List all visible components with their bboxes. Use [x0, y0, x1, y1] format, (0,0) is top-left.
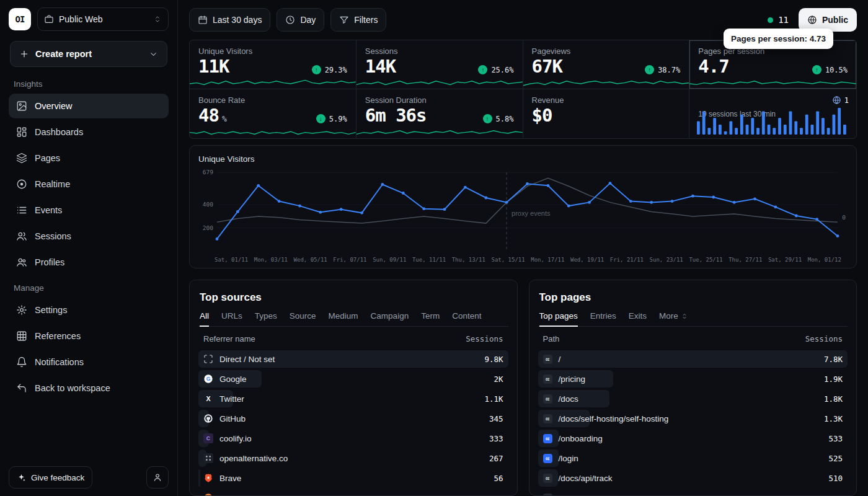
- tab-term[interactable]: Term: [421, 311, 440, 326]
- live-globe-badge: 1: [832, 95, 849, 105]
- tab-types[interactable]: Types: [255, 311, 277, 326]
- give-feedback-button[interactable]: Give feedback: [9, 466, 92, 489]
- table-row[interactable]: openalternative.co267: [198, 449, 508, 467]
- sidebar-item-realtime[interactable]: Realtime: [9, 172, 169, 197]
- table-row[interactable]: OI/pricing1.9K: [538, 370, 848, 388]
- unique-visitors-chart[interactable]: 679400200proxy events0: [198, 169, 848, 254]
- nav-section-label: Manage: [14, 283, 164, 293]
- svg-text:proxy events: proxy events: [512, 210, 551, 217]
- user-button[interactable]: [146, 466, 169, 489]
- sidebar-item-sessions[interactable]: Sessions: [9, 224, 169, 249]
- metric-sparkline: [356, 128, 523, 138]
- table-row[interactable]: Brave56: [198, 469, 508, 487]
- x-tick-label: Mon, 01/12: [808, 257, 841, 263]
- metric-card-pageviews[interactable]: Pageviews67K↑38.7%: [523, 40, 690, 89]
- sidebar-item-label: References: [35, 331, 81, 341]
- metric-sparkline: [523, 78, 689, 89]
- tab-campaign[interactable]: Campaign: [371, 311, 409, 326]
- table-row[interactable]: XTwitter1.1K: [198, 389, 508, 408]
- tab-more[interactable]: More: [659, 311, 688, 326]
- sidebar-item-notifications[interactable]: Notifications: [9, 350, 169, 374]
- live-sessions-card[interactable]: 19 sessions last 30 min1: [689, 89, 856, 138]
- tab-all[interactable]: All: [200, 311, 209, 326]
- back-icon: [16, 383, 27, 394]
- svg-text:400: 400: [203, 201, 213, 208]
- referrer-brave-icon: [203, 473, 213, 483]
- date-range-button[interactable]: Last 30 days: [189, 8, 270, 32]
- globe-icon: [832, 95, 841, 105]
- sparkle-icon: [17, 473, 26, 482]
- openpanel-logo[interactable]: OI: [9, 8, 31, 30]
- clock-icon: [285, 15, 295, 25]
- table-row[interactable]: OI/docs1.8K: [538, 389, 848, 408]
- metric-card-revenue[interactable]: Revenue$0: [523, 89, 690, 138]
- row-name: /onboarding: [559, 434, 603, 443]
- create-report-button[interactable]: Create report: [10, 41, 167, 67]
- table-row[interactable]: [198, 489, 508, 496]
- metric-suffix: %: [222, 114, 227, 123]
- row-value: 7.8K: [824, 355, 843, 364]
- main-chart-card: Unique Visitors 679400200proxy events0 S…: [189, 145, 857, 268]
- row-bar: [538, 350, 848, 368]
- x-tick-label: Tue, 25/11: [689, 257, 722, 263]
- metric-label: Pageviews: [532, 46, 681, 56]
- overview-icon: [16, 100, 27, 112]
- table-row[interactable]: OI/docs/api/track510: [538, 469, 848, 487]
- tab-entries[interactable]: Entries: [590, 311, 616, 326]
- tab-content[interactable]: Content: [452, 311, 481, 326]
- sidebar-item-references[interactable]: References: [9, 324, 169, 348]
- tab-top-pages[interactable]: Top pages: [539, 311, 578, 326]
- row-name: Brave: [219, 474, 241, 483]
- row-value: 1.9K: [824, 374, 843, 384]
- sidebar-item-back-to-workspace[interactable]: Back to workspace: [9, 376, 169, 401]
- tab-medium[interactable]: Medium: [329, 311, 358, 326]
- table-row[interactable]: GitHub345: [198, 409, 508, 428]
- metric-tooltip: Pages per session: 4.73: [724, 29, 833, 49]
- sidebar-item-overview[interactable]: Overview: [9, 94, 169, 118]
- workspace-selector[interactable]: Public Web: [37, 7, 169, 31]
- row-name: Twitter: [219, 394, 244, 404]
- row-value: 56: [494, 474, 503, 483]
- interval-button[interactable]: Day: [277, 8, 324, 32]
- x-tick-label: Fri, 07/11: [333, 257, 366, 263]
- change-badge: ↑38.7%: [645, 65, 680, 74]
- live-visitors-count[interactable]: 11: [768, 15, 789, 25]
- x-tick-label: Tue, 11/11: [412, 257, 446, 263]
- table-row[interactable]: Ccoolify.io333: [198, 429, 508, 448]
- table-row[interactable]: OI: [538, 489, 848, 496]
- settings-icon: [16, 304, 27, 316]
- x-tick-label: Sat, 15/11: [491, 257, 525, 263]
- table-header: PathSessions: [538, 327, 848, 350]
- row-name: /docs/self-hosting/self-hosting: [559, 414, 669, 423]
- sidebar-item-events[interactable]: Events: [9, 198, 169, 223]
- table-row[interactable]: OI/onboarding533: [538, 429, 848, 448]
- sidebar-item-profiles[interactable]: Profiles: [9, 250, 169, 275]
- workspace-name: Public Web: [59, 14, 103, 24]
- table-row[interactable]: GGoogle2K: [198, 370, 508, 388]
- tab-source[interactable]: Source: [290, 311, 316, 326]
- x-tick-label: Sat, 29/11: [768, 257, 802, 263]
- sidebar-item-dashboards[interactable]: Dashboards: [9, 120, 169, 144]
- sidebar-item-label: Profiles: [35, 257, 64, 267]
- row-value: 9.8K: [484, 355, 503, 364]
- table-row[interactable]: OI/login525: [538, 449, 848, 467]
- table-row[interactable]: OI/7.8K: [538, 350, 848, 368]
- metric-card-sessions[interactable]: Sessions14K↑25.6%: [356, 40, 523, 89]
- tab-urls[interactable]: URLs: [221, 311, 242, 326]
- metric-card-unique-visitors[interactable]: Unique Visitors11K↑29.3%: [190, 40, 356, 89]
- sidebar-item-settings[interactable]: Settings: [9, 298, 169, 322]
- filters-button[interactable]: Filters: [330, 8, 386, 32]
- workspace-icon: [44, 14, 54, 24]
- breakdown-tables: Top sourcesAllURLsTypesSourceMediumCampa…: [189, 280, 857, 496]
- sidebar-item-pages[interactable]: Pages: [9, 146, 169, 170]
- table-row[interactable]: OI/docs/self-hosting/self-hosting1.3K: [538, 409, 848, 428]
- date-range-label: Last 30 days: [213, 15, 262, 25]
- table-row[interactable]: Direct / Not set9.8K: [198, 350, 508, 368]
- change-badge: ↑25.6%: [478, 65, 513, 74]
- sidebar-item-label: Sessions: [35, 231, 71, 241]
- tab-exits[interactable]: Exits: [629, 311, 647, 326]
- metric-card-session-duration[interactable]: Session Duration6m 36s↑5.8%: [356, 89, 523, 138]
- metric-card-bounce-rate[interactable]: Bounce Rate48%↓5.9%: [190, 89, 356, 138]
- referrer-github-icon: [203, 414, 213, 423]
- page-favicon: OI: [543, 355, 552, 364]
